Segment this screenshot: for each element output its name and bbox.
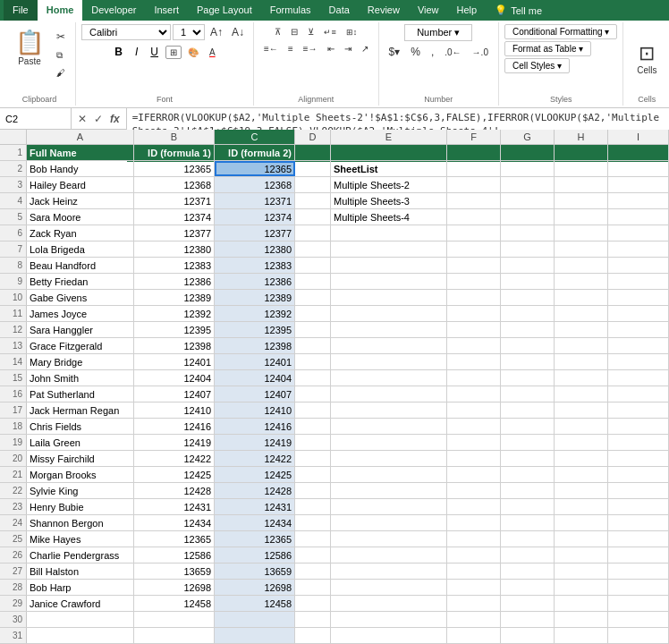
cell-a25[interactable]: Mike Hayes [27, 531, 134, 547]
tab-home[interactable]: Home [38, 0, 83, 21]
cell-g5[interactable] [501, 209, 555, 225]
cell-f23[interactable] [447, 499, 501, 514]
cell-b2[interactable]: 12365 [134, 161, 215, 176]
cell-c15[interactable]: 12404 [215, 370, 295, 386]
cell-f11[interactable] [447, 306, 501, 321]
cell-e17[interactable] [331, 402, 447, 418]
cell-h1[interactable] [555, 145, 608, 160]
cell-a29[interactable]: Janice Crawford [27, 596, 134, 611]
cell-c19[interactable]: 12419 [215, 435, 295, 450]
cell-h19[interactable] [555, 435, 608, 450]
cell-f12[interactable] [447, 322, 501, 337]
cell-e25[interactable] [331, 531, 447, 547]
cell-f4[interactable] [447, 193, 501, 208]
cell-e16[interactable] [331, 386, 447, 402]
cell-c26[interactable]: 12586 [215, 547, 295, 563]
cell-f29[interactable] [447, 596, 501, 611]
cell-h29[interactable] [555, 596, 608, 611]
cell-a15[interactable]: John Smith [27, 370, 134, 386]
cell-a2[interactable]: Bob Handy [27, 161, 134, 176]
align-right-button[interactable]: ≡→ [299, 41, 322, 56]
cell-b16[interactable]: 12407 [134, 386, 215, 402]
cell-c27[interactable]: 13659 [215, 564, 295, 579]
cell-g15[interactable] [501, 370, 555, 386]
cell-h3[interactable] [555, 177, 608, 192]
cell-c25[interactable]: 12365 [215, 531, 295, 547]
paste-button[interactable]: 📋 Paste [9, 24, 50, 71]
cell-c16[interactable]: 12407 [215, 386, 295, 402]
cell-e6[interactable] [331, 225, 447, 241]
cell-g14[interactable] [501, 354, 555, 369]
col-header-d[interactable]: D [295, 130, 331, 144]
cell-a13[interactable]: Grace Fitzgerald [27, 338, 134, 353]
cell-i10[interactable] [608, 290, 669, 305]
cell-i25[interactable] [608, 531, 669, 547]
cell-i14[interactable] [608, 354, 669, 369]
cell-e26[interactable] [331, 547, 447, 563]
cell-h31[interactable] [555, 628, 608, 643]
merge-button[interactable]: ⊞↕ [342, 24, 362, 39]
tab-view[interactable]: View [409, 0, 448, 21]
cell-h20[interactable] [555, 451, 608, 466]
cell-g30[interactable] [501, 612, 555, 627]
cell-f25[interactable] [447, 531, 501, 547]
cell-b22[interactable]: 12428 [134, 483, 215, 498]
cell-f10[interactable] [447, 290, 501, 305]
italic-button[interactable]: I [130, 44, 143, 60]
cell-a1[interactable]: Full Name [27, 145, 134, 160]
cell-c13[interactable]: 12398 [215, 338, 295, 353]
cell-c22[interactable]: 12428 [215, 483, 295, 498]
cell-b7[interactable]: 12380 [134, 242, 215, 257]
cell-e22[interactable] [331, 483, 447, 498]
cell-b11[interactable]: 12392 [134, 306, 215, 321]
cell-d19[interactable] [295, 435, 331, 450]
cell-e21[interactable] [331, 467, 447, 482]
cell-h7[interactable] [555, 242, 608, 257]
cell-h13[interactable] [555, 338, 608, 353]
cell-g16[interactable] [501, 386, 555, 402]
cell-c31[interactable] [215, 628, 295, 643]
cell-i19[interactable] [608, 435, 669, 450]
cell-c20[interactable]: 12422 [215, 451, 295, 466]
cell-g19[interactable] [501, 435, 555, 450]
cell-f28[interactable] [447, 580, 501, 595]
tab-help[interactable]: Help [448, 0, 487, 21]
cell-a16[interactable]: Pat Sutherland [27, 386, 134, 402]
cell-i7[interactable] [608, 242, 669, 257]
decrease-indent-button[interactable]: ⇤ [323, 41, 339, 56]
cells-button[interactable]: ⊡ Cells [629, 38, 665, 80]
font-size-select[interactable]: 11 [173, 24, 205, 40]
cell-e10[interactable] [331, 290, 447, 305]
cell-f9[interactable] [447, 274, 501, 289]
cell-g21[interactable] [501, 467, 555, 482]
cell-i12[interactable] [608, 322, 669, 337]
cell-i4[interactable] [608, 193, 669, 208]
cell-b29[interactable]: 12458 [134, 596, 215, 611]
cell-a8[interactable]: Beau Handford [27, 258, 134, 273]
cell-d10[interactable] [295, 290, 331, 305]
wrap-text-button[interactable]: ↵≡ [319, 24, 340, 39]
cell-d13[interactable] [295, 338, 331, 353]
cell-b10[interactable]: 12389 [134, 290, 215, 305]
cell-g9[interactable] [501, 274, 555, 289]
cell-g13[interactable] [501, 338, 555, 353]
cell-d30[interactable] [295, 612, 331, 627]
font-color-button[interactable]: A [205, 46, 220, 59]
corner-cell[interactable] [0, 130, 27, 144]
cell-g4[interactable] [501, 193, 555, 208]
cell-e12[interactable] [331, 322, 447, 337]
tell-me-input[interactable]: 💡 Tell me [486, 0, 551, 21]
cell-a23[interactable]: Henry Bubie [27, 499, 134, 514]
cell-a28[interactable]: Bob Harp [27, 580, 134, 595]
cell-h23[interactable] [555, 499, 608, 514]
cell-b14[interactable]: 12401 [134, 354, 215, 369]
cell-a4[interactable]: Jack Heinz [27, 193, 134, 208]
cell-d16[interactable] [295, 386, 331, 402]
cell-b27[interactable]: 13659 [134, 564, 215, 579]
cell-i18[interactable] [608, 419, 669, 434]
fill-color-button[interactable]: 🎨 [183, 46, 203, 59]
cell-e20[interactable] [331, 451, 447, 466]
tab-file[interactable]: File [4, 0, 38, 21]
cell-h5[interactable] [555, 209, 608, 225]
cell-f16[interactable] [447, 386, 501, 402]
